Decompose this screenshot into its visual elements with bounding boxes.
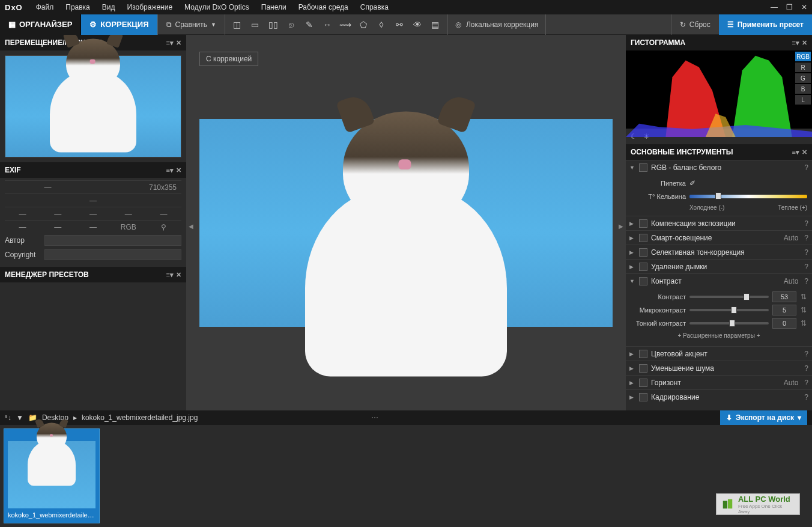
tool-wb-title: RGB - баланс белого <box>651 163 801 172</box>
eyedropper-icon[interactable]: ✐ <box>689 179 695 187</box>
thumb-filename: kokoko_1_webmixerdetailed_j... <box>7 510 97 520</box>
perspective-icon[interactable]: ◊ <box>375 19 387 31</box>
minimize-icon[interactable]: — <box>771 3 778 11</box>
close-icon[interactable]: ✕ <box>801 3 807 11</box>
path-icon[interactable]: ⟿ <box>339 19 351 31</box>
help-icon[interactable]: ? <box>804 163 808 172</box>
exif-colorspace: RGB <box>111 223 146 231</box>
crop-icon[interactable]: ⟄ <box>285 19 297 31</box>
link-icon[interactable]: ⚯ <box>393 19 405 31</box>
panel-exif-header[interactable]: EXIF ≡▾✕ <box>0 162 186 178</box>
titlebar: DxO Файл Правка Вид Изображение Модули D… <box>0 0 812 14</box>
app-logo: DxO <box>5 3 23 12</box>
tool-selective-tone[interactable]: ▶Селективная тон-коррекция? <box>626 245 812 259</box>
grid-overlay-icon[interactable]: ▤ <box>429 19 441 31</box>
wb-kelvin-slider[interactable] <box>689 195 807 198</box>
pathbar: ᵃ↓ ▼ 📁 Desktop ▸ kokoko_1_webmixerdetail… <box>0 410 812 425</box>
menu-optics[interactable]: Модули DxO Optics <box>178 3 255 11</box>
polygon-icon[interactable]: ⬠ <box>357 19 369 31</box>
layout-single-icon[interactable]: ▭ <box>249 19 261 31</box>
eye-icon[interactable]: 👁 <box>411 19 423 31</box>
hist-g[interactable]: G <box>795 73 811 83</box>
tool-smart-light[interactable]: ▶Смарт-освещениеAuto? <box>626 230 812 245</box>
watermark-text: ALL PC World <box>738 495 795 504</box>
layout-dual-icon[interactable]: ▯▯ <box>267 19 279 31</box>
menu-workspace[interactable]: Рабочая среда <box>292 3 354 11</box>
tool-wb-checkbox[interactable] <box>639 163 647 172</box>
panel-presets-header[interactable]: МЕНЕДЖЕР ПРЕСЕТОВ ≡▾✕ <box>0 267 186 282</box>
exif-copyright-field[interactable] <box>44 249 181 260</box>
ruler-icon[interactable]: ↔ <box>321 19 333 31</box>
main-image: С коррекцией <box>199 119 613 327</box>
path-sep: ▸ <box>73 413 77 422</box>
menu-edit[interactable]: Правка <box>59 3 96 11</box>
exif-dimensions: 710x355 <box>91 183 181 192</box>
microcontrast-slider[interactable] <box>689 309 769 311</box>
panel-histogram-title: ГИСТОГРАММА <box>631 38 685 47</box>
menu-image[interactable]: Изображение <box>121 3 179 11</box>
layout-split-icon[interactable]: ◫ <box>231 19 243 31</box>
finecontrast-slider[interactable] <box>689 322 769 324</box>
menu-view[interactable]: Вид <box>96 3 121 11</box>
export-icon: ⬇ <box>726 413 732 422</box>
tab-organizer[interactable]: ▦ ОРГАНАЙЗЕР <box>0 14 81 35</box>
tab-correction[interactable]: ⚙ КОРРЕКЦИЯ <box>81 14 157 35</box>
panel-menu-icon[interactable]: ≡▾ <box>166 271 174 279</box>
local-correction-label: Локальная коррекция <box>466 20 539 29</box>
hist-r[interactable]: R <box>795 62 811 72</box>
tool-noise[interactable]: ▶Уменьшение шума? <box>626 361 812 375</box>
tool-haze[interactable]: ▶Удаление дымки? <box>626 259 812 273</box>
menu-help[interactable]: Справка <box>354 3 395 11</box>
panel-menu-icon[interactable]: ≡▾ <box>792 148 799 156</box>
thumb-image <box>8 441 95 508</box>
sort-icon[interactable]: ᵃ↓ <box>5 413 11 422</box>
panel-menu-icon[interactable]: ≡▾ <box>166 39 174 47</box>
tool-contrast-checkbox[interactable] <box>639 277 647 285</box>
histogram: RGB R G B L <box>626 50 812 129</box>
exif-author-field[interactable] <box>44 235 181 246</box>
contrast-slider[interactable] <box>689 296 769 298</box>
panel-close-icon[interactable]: ✕ <box>802 39 807 47</box>
advanced-params-toggle[interactable]: + Расширенные параметры + <box>631 330 807 341</box>
navigator-thumbnail[interactable] <box>5 55 181 157</box>
finecontrast-value[interactable]: 0 <box>772 318 796 329</box>
panel-close-icon[interactable]: ✕ <box>176 271 181 279</box>
watermark-sub: Free Apps One Click Away <box>738 504 795 514</box>
panel-close-icon[interactable]: ✕ <box>176 39 181 47</box>
panel-basic-tools-header[interactable]: ОСНОВНЫЕ ИНСТРУМЕНТЫ ≡▾✕ <box>626 144 812 160</box>
panel-close-icon[interactable]: ✕ <box>176 166 181 174</box>
microcontrast-value[interactable]: 5 <box>772 305 796 315</box>
hist-rgb[interactable]: RGB <box>795 52 811 61</box>
local-correction-button[interactable]: ◎ Локальная коррекция <box>447 14 547 35</box>
tool-contrast-header[interactable]: ▼ Контраст Auto? <box>626 273 812 288</box>
viewer[interactable]: С коррекцией <box>186 35 626 410</box>
maximize-icon[interactable]: ❐ <box>786 3 793 11</box>
svg-rect-4 <box>723 501 727 509</box>
export-button[interactable]: ⬇ Экспорт на диск ▾ <box>720 410 807 425</box>
microcontrast-label: Микроконтраст <box>631 306 686 314</box>
tool-wb-header[interactable]: ▼ RGB - баланс белого ? <box>626 160 812 174</box>
tool-crop[interactable]: ▶Кадрирование? <box>626 389 812 404</box>
watermark: ALL PC World Free Apps One Click Away <box>716 493 800 515</box>
drag-handle-icon[interactable]: ⋯ <box>371 413 378 422</box>
filmstrip-thumb[interactable]: kokoko_1_webmixerdetailed_j... <box>4 428 100 523</box>
brush-icon[interactable]: ✎ <box>303 19 315 31</box>
menu-file[interactable]: Файл <box>30 3 60 11</box>
compare-button[interactable]: ⧉ Сравнить ▼ <box>157 14 225 35</box>
panel-close-icon[interactable]: ✕ <box>802 148 807 156</box>
reset-button[interactable]: ↻ Сброс <box>671 14 719 35</box>
tool-color-accent[interactable]: ▶Цветовой акцент? <box>626 346 812 361</box>
filter-icon[interactable]: ▼ <box>16 413 23 422</box>
hist-l[interactable]: L <box>795 95 811 105</box>
tool-exposure[interactable]: ▶Компенсация экспозиции? <box>626 216 812 230</box>
export-label: Экспорт на диск <box>736 413 794 422</box>
apply-preset-button[interactable]: ☰ Применить пресет <box>719 14 812 35</box>
panel-menu-icon[interactable]: ≡▾ <box>792 39 799 47</box>
tool-horizon[interactable]: ▶ГоризонтAuto? <box>626 375 812 389</box>
location-icon: ⚲ <box>146 223 181 231</box>
panel-histogram-header[interactable]: ГИСТОГРАММА ≡▾✕ <box>626 35 812 50</box>
hist-b[interactable]: B <box>795 84 811 94</box>
panel-menu-icon[interactable]: ≡▾ <box>166 166 174 174</box>
contrast-value[interactable]: 53 <box>772 291 796 302</box>
menu-panels[interactable]: Панели <box>255 3 292 11</box>
